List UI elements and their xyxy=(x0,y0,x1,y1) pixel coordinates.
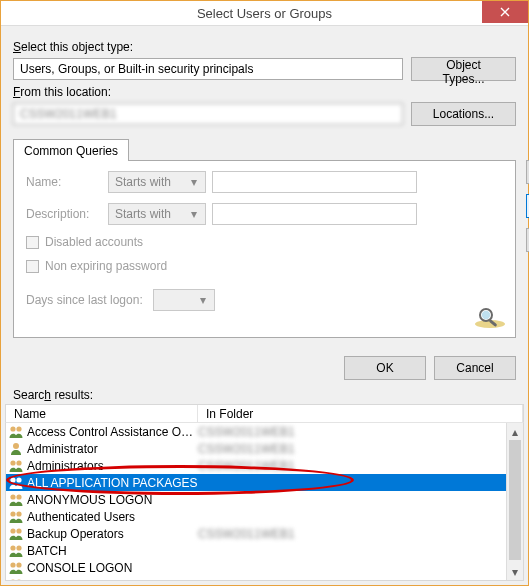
group-icon xyxy=(8,458,24,474)
dialog-title: Select Users or Groups xyxy=(197,6,332,21)
result-name: Backup Operators xyxy=(27,527,198,541)
group-icon xyxy=(8,475,24,491)
days-since-logon-combo[interactable]: ▾ xyxy=(153,289,215,311)
group-icon xyxy=(8,509,24,525)
svg-point-19 xyxy=(10,562,15,567)
dialog-select-users-groups: Select Users or Groups Select this objec… xyxy=(0,0,529,586)
cancel-button[interactable]: Cancel xyxy=(434,356,516,380)
svg-point-4 xyxy=(10,426,15,431)
list-item[interactable]: Backup OperatorsCSSW2011WEB1 xyxy=(6,525,506,542)
non-expiring-password-checkbox[interactable]: Non expiring password xyxy=(26,259,503,273)
scrollbar[interactable]: ▴ ▾ xyxy=(506,423,523,580)
column-name[interactable]: Name xyxy=(6,405,198,422)
result-name: Access Control Assistance Opera... xyxy=(27,425,198,439)
scroll-thumb[interactable] xyxy=(509,440,521,560)
svg-point-11 xyxy=(10,494,15,499)
svg-point-14 xyxy=(16,511,21,516)
svg-point-2 xyxy=(482,311,490,319)
name-label: Name: xyxy=(26,175,102,189)
from-location-label: From this location: xyxy=(13,85,516,99)
list-item[interactable]: ALL APPLICATION PACKAGES xyxy=(6,474,506,491)
result-name: ANONYMOUS LOGON xyxy=(27,493,198,507)
user-icon xyxy=(8,441,24,457)
svg-point-18 xyxy=(16,545,21,550)
description-input[interactable] xyxy=(212,203,417,225)
chevron-down-icon: ▾ xyxy=(196,293,210,307)
disabled-accounts-checkbox[interactable]: Disabled accounts xyxy=(26,235,503,249)
chevron-down-icon: ▾ xyxy=(187,207,201,221)
group-icon xyxy=(8,424,24,440)
svg-point-9 xyxy=(10,477,15,482)
svg-point-17 xyxy=(10,545,15,550)
result-name: Authenticated Users xyxy=(27,510,198,524)
list-item[interactable]: CONSOLE LOGON xyxy=(6,559,506,576)
svg-point-8 xyxy=(16,460,21,465)
object-type-field[interactable]: Users, Groups, or Built-in security prin… xyxy=(13,58,403,80)
group-icon xyxy=(8,577,24,581)
svg-point-21 xyxy=(10,579,15,581)
result-name: CREATOR GROUP xyxy=(27,578,198,581)
locations-button[interactable]: Locations... xyxy=(411,102,516,126)
result-folder: CSSW2011WEB1 xyxy=(198,527,295,541)
svg-point-20 xyxy=(16,562,21,567)
description-match-combo[interactable]: Starts with▾ xyxy=(108,203,206,225)
svg-point-6 xyxy=(13,443,19,449)
group-icon xyxy=(8,543,24,559)
svg-point-7 xyxy=(10,460,15,465)
checkbox-icon xyxy=(26,260,39,273)
result-name: CONSOLE LOGON xyxy=(27,561,198,575)
group-icon xyxy=(8,492,24,508)
group-icon xyxy=(8,560,24,576)
checkbox-icon xyxy=(26,236,39,249)
result-folder: CSSW2011WEB1 xyxy=(198,425,295,439)
svg-point-5 xyxy=(16,426,21,431)
object-type-label: Select this object type: xyxy=(13,40,516,54)
description-label: Description: xyxy=(26,207,102,221)
svg-point-10 xyxy=(16,477,21,482)
list-item[interactable]: Access Control Assistance Opera...CSSW20… xyxy=(6,423,506,440)
column-in-folder[interactable]: In Folder xyxy=(198,405,523,422)
list-item[interactable]: AdministratorCSSW2011WEB1 xyxy=(6,440,506,457)
svg-point-13 xyxy=(10,511,15,516)
close-icon xyxy=(500,7,510,17)
ok-button[interactable]: OK xyxy=(344,356,426,380)
search-icon xyxy=(473,305,507,329)
group-icon xyxy=(8,526,24,542)
svg-point-12 xyxy=(16,494,21,499)
list-item[interactable]: ANONYMOUS LOGON xyxy=(6,491,506,508)
result-folder: CSSW2011WEB1 xyxy=(198,442,295,456)
search-results-label: Search results: xyxy=(1,388,528,404)
results-header: Name In Folder xyxy=(5,404,524,423)
svg-point-15 xyxy=(10,528,15,533)
object-types-button[interactable]: Object Types... xyxy=(411,57,516,81)
svg-point-22 xyxy=(16,579,21,581)
list-item[interactable]: AdministratorsCSSW2011WEB1 xyxy=(6,457,506,474)
list-item[interactable]: Authenticated Users xyxy=(6,508,506,525)
result-folder: CSSW2011WEB1 xyxy=(198,459,295,473)
from-location-field[interactable]: CSSW2011WEB1 xyxy=(13,103,403,125)
common-queries-pane: Columns... Find Now Stop Name: Starts wi… xyxy=(13,160,516,338)
result-name: Administrators xyxy=(27,459,198,473)
close-button[interactable] xyxy=(482,1,528,23)
days-since-logon-label: Days since last logon: xyxy=(26,293,143,307)
result-name: BATCH xyxy=(27,544,198,558)
name-input[interactable] xyxy=(212,171,417,193)
result-name: ALL APPLICATION PACKAGES xyxy=(27,476,198,490)
result-name: Administrator xyxy=(27,442,198,456)
scroll-down-button[interactable]: ▾ xyxy=(507,563,523,580)
chevron-down-icon: ▾ xyxy=(187,175,201,189)
svg-point-16 xyxy=(16,528,21,533)
scroll-up-button[interactable]: ▴ xyxy=(507,423,523,440)
list-item[interactable]: BATCH xyxy=(6,542,506,559)
tab-common-queries[interactable]: Common Queries xyxy=(13,139,129,161)
list-item[interactable]: CREATOR GROUP xyxy=(6,576,506,581)
titlebar: Select Users or Groups xyxy=(1,1,528,26)
results-list[interactable]: Access Control Assistance Opera...CSSW20… xyxy=(5,423,524,581)
name-match-combo[interactable]: Starts with▾ xyxy=(108,171,206,193)
